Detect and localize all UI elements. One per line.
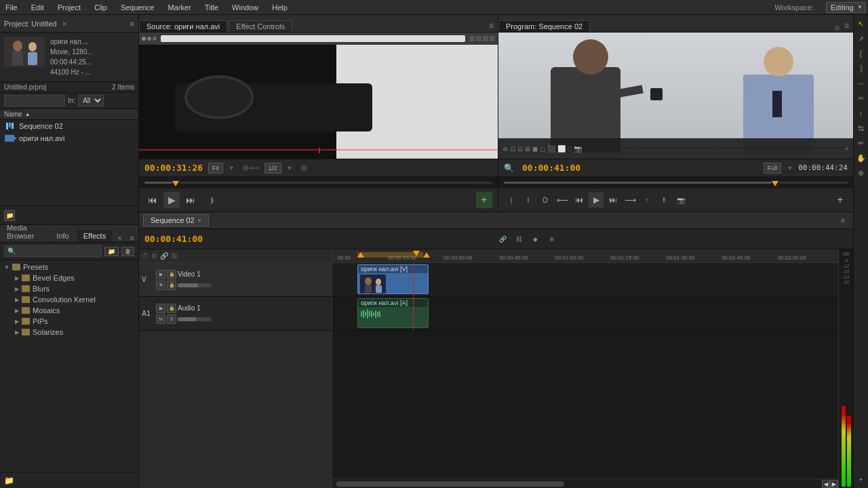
source-tab[interactable]: Source: ориги нал.avi (139, 20, 227, 32)
prog-mark-out-btn[interactable]: O (538, 192, 553, 207)
project-new-btn[interactable]: 📁 (4, 210, 15, 221)
prog-icon-btn-4[interactable]: ⊠ (525, 145, 530, 152)
tool-rolling[interactable]: ⟧ (855, 62, 867, 75)
prog-safe-margins-btn[interactable]: + (845, 144, 849, 152)
tool-selection[interactable]: ↖ (855, 18, 867, 30)
prog-icon-btn-2[interactable]: ⊡ (510, 145, 515, 152)
prog-extract-btn[interactable]: ⇑ (656, 192, 671, 207)
a1-expand-btn[interactable]: ▶ (156, 304, 165, 313)
prog-mark-in-btn[interactable]: I (521, 192, 536, 207)
tab-effects[interactable]: Effects (77, 230, 113, 242)
project-item-sequence[interactable]: Sequence 02 (0, 120, 138, 132)
project-item-video[interactable]: ориги нал.avi (0, 132, 138, 144)
time-display-btn[interactable]: ⏱ (142, 252, 149, 260)
program-scrubber[interactable] (498, 176, 853, 188)
source-add-btn[interactable]: + (476, 192, 492, 208)
effect-controls-tab[interactable]: Effect Controls (229, 20, 292, 32)
timeline-ruler[interactable]: 00:00 00:00:15:00 00:00:30:00 00:00:45:0… (332, 249, 838, 263)
prog-go-in-btn[interactable]: ⟵ (555, 192, 570, 207)
menu-window[interactable]: Window (229, 2, 261, 13)
tl-add-marker-btn[interactable]: ◆ (529, 232, 542, 246)
tool-razor[interactable]: ✂ (855, 92, 867, 104)
scroll-left-btn[interactable]: ◄ (822, 480, 830, 488)
menu-marker[interactable]: Marker (165, 2, 193, 13)
tab-media-browser[interactable]: Media Browser (0, 225, 50, 242)
scroll-right-btn[interactable]: ► (830, 480, 838, 488)
tl-linked-btn[interactable]: ⛓ (513, 232, 526, 246)
prog-scrub-head[interactable] (772, 181, 778, 186)
snap-btn[interactable]: 🔗 (160, 252, 168, 260)
source-play-btn play-btn[interactable]: ▶ (163, 192, 180, 208)
source-step-back-btn[interactable]: ⏮ (144, 192, 161, 208)
v1-expand-btn[interactable]: ▶ (156, 270, 165, 279)
source-step-fwd-btn[interactable]: ⏭ (182, 192, 199, 208)
audio-clip[interactable]: ориги нал.avi [A] (357, 298, 428, 328)
tab-info[interactable]: Info (50, 230, 76, 242)
prog-icon-btn-1[interactable]: ⊕ (502, 145, 508, 152)
project-menu-btn[interactable]: ≡ (130, 20, 134, 28)
program-tab[interactable]: Program: Sequence 02 (498, 20, 590, 32)
effects-panel-menu[interactable]: ≡ (126, 234, 138, 242)
source-monitor-menu-btn[interactable]: ≡ (485, 20, 498, 32)
menu-sequence[interactable]: Sequence (118, 2, 157, 13)
v1-vol-slider[interactable] (178, 283, 212, 287)
tool-ripple[interactable]: ⟦ (855, 47, 867, 60)
tree-item-convolution[interactable]: ▶ Convolution Kernel (0, 294, 138, 305)
prog-go-out-btn[interactable]: ⟶ (623, 192, 637, 207)
in-select[interactable]: All (78, 95, 104, 106)
timeline-scrollbar[interactable]: ◄ ► (332, 479, 838, 488)
effects-folder-btn[interactable]: 📁 (4, 476, 14, 485)
tl-marker-label-btn[interactable]: ⊕ (545, 232, 559, 246)
timeline-tab-close[interactable]: × (197, 216, 201, 224)
prog-add-btn[interactable]: + (833, 192, 848, 207)
sequence-settings-btn[interactable]: ⚙ (151, 252, 157, 260)
prog-icon-btn-3[interactable]: ⊟ (517, 145, 523, 152)
prog-icon-btn-10[interactable]: 📷 (574, 145, 582, 152)
prog-step-back-btn[interactable]: ⏮ (572, 192, 587, 207)
project-close-btn[interactable]: × (62, 20, 66, 28)
a1-sync-btn[interactable]: 🔒 (167, 304, 176, 313)
v1-lock-btn[interactable]: 🔒 (167, 281, 176, 290)
video-clip[interactable]: ориги нал.avi [V] (357, 264, 428, 294)
menu-title[interactable]: Title (202, 2, 221, 13)
prog-icon-btn-7[interactable]: ⬛ (547, 145, 555, 152)
new-effects-folder-btn[interactable]: 📁 (104, 247, 119, 256)
prog-lift-btn[interactable]: ↑ (639, 192, 654, 207)
tree-item-blurs[interactable]: ▶ Blurs (0, 283, 138, 294)
effects-panel-close[interactable]: × (113, 234, 125, 242)
sync-lock-btn[interactable]: ⛓ (171, 252, 178, 260)
tool-hand[interactable]: ✋ (855, 152, 867, 164)
program-settings-btn[interactable]: ⚙ (834, 24, 840, 32)
source-loop-btn[interactable]: ⟫ (204, 192, 220, 208)
prog-icon-btn-6[interactable]: ◻ (540, 145, 545, 152)
tl-snap-btn[interactable]: 🔗 (496, 232, 510, 246)
workspace-select[interactable]: Editing (826, 2, 865, 13)
tree-item-pips[interactable]: ▶ PiPs (0, 316, 138, 327)
program-monitor-menu-btn[interactable]: ≡ (840, 20, 853, 32)
tool-slide[interactable]: ⇆ (855, 122, 867, 134)
timeline-tab[interactable]: Sequence 02 × (143, 214, 209, 226)
effects-custom-bin-btn[interactable]: 🗑 (121, 247, 134, 256)
timeline-scroll-thumb[interactable] (336, 481, 564, 487)
source-scrub-head[interactable] (172, 181, 179, 186)
tree-item-solarizes[interactable]: ▶ Solarizes (0, 327, 138, 338)
prog-add-in-btn[interactable]: ⟨ (504, 192, 519, 207)
source-ratio-btn[interactable]: 1/2 (264, 163, 281, 174)
tool-zoom[interactable]: ⊕ (855, 167, 867, 179)
tree-item-bevel[interactable]: ▶ Bevel Edges (0, 272, 138, 283)
tool-pen[interactable]: ✏ (855, 137, 867, 149)
tool-track-select[interactable]: ↗ (855, 33, 867, 45)
tool-slip[interactable]: ↕ (855, 107, 867, 119)
source-scrubber[interactable] (139, 176, 498, 188)
menu-clip[interactable]: Clip (92, 2, 110, 13)
prog-icon-btn-5[interactable]: ◼ (532, 145, 538, 152)
menu-help[interactable]: Help (269, 2, 290, 13)
effects-search-input[interactable] (4, 245, 102, 257)
a1-vol-slider[interactable] (178, 317, 212, 321)
tool-add[interactable]: + (855, 473, 867, 485)
v1-eye-btn[interactable]: 👁 (156, 281, 165, 290)
tree-item-mosaics[interactable]: ▶ Mosaics (0, 305, 138, 316)
prog-camera-btn[interactable]: 📷 (673, 192, 688, 207)
menu-project[interactable]: Project (55, 2, 83, 13)
menu-edit[interactable]: Edit (28, 2, 47, 13)
